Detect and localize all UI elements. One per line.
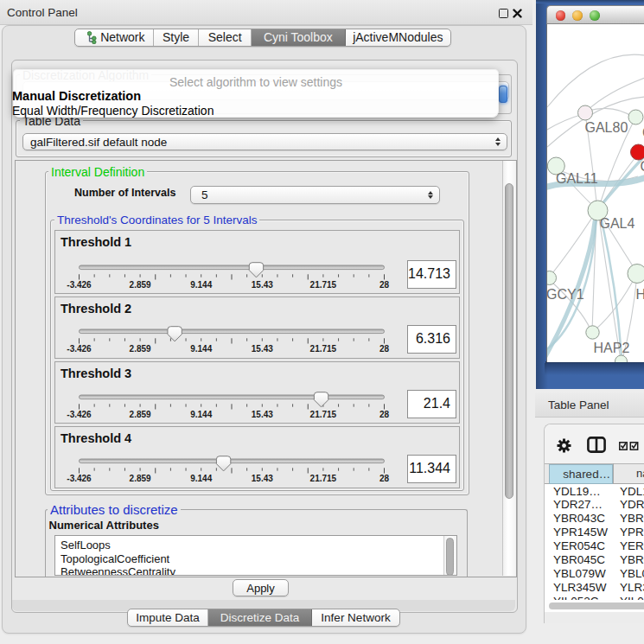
svg-text:21.715: 21.715	[310, 345, 337, 354]
svg-text:HA: HA	[635, 286, 644, 301]
svg-text:15.43: 15.43	[252, 345, 273, 354]
svg-text:15.43: 15.43	[252, 410, 273, 419]
svg-text:21.715: 21.715	[310, 280, 337, 290]
svg-text:GAL4: GAL4	[599, 215, 634, 230]
svg-text:28: 28	[379, 475, 390, 484]
svg-text:9.144: 9.144	[190, 475, 212, 484]
svg-text:9.144: 9.144	[190, 280, 212, 290]
svg-text:21.715: 21.715	[310, 410, 337, 419]
svg-text:9.144: 9.144	[190, 345, 212, 354]
svg-text:28: 28	[379, 345, 390, 354]
svg-text:15.43: 15.43	[252, 475, 273, 484]
svg-text:GAL11: GAL11	[556, 171, 598, 186]
svg-text:-3.426: -3.426	[67, 280, 92, 290]
svg-text:-3.426: -3.426	[67, 345, 92, 354]
svg-text:28: 28	[379, 410, 390, 419]
svg-text:2.859: 2.859	[130, 475, 151, 484]
svg-text:2.859: 2.859	[130, 410, 151, 419]
svg-text:CD: CD	[640, 159, 644, 174]
svg-text:15.43: 15.43	[252, 280, 273, 290]
svg-text:HAP2: HAP2	[593, 340, 629, 354]
svg-text:2.859: 2.859	[130, 280, 151, 290]
svg-text:GCY1: GCY1	[547, 286, 584, 301]
svg-text:-3.426: -3.426	[67, 475, 92, 484]
svg-text:-3.426: -3.426	[67, 410, 92, 419]
svg-text:21.715: 21.715	[310, 475, 337, 484]
svg-text:GAL80: GAL80	[584, 120, 628, 135]
svg-text:9.144: 9.144	[190, 410, 212, 419]
svg-text:2.859: 2.859	[130, 345, 151, 354]
svg-text:28: 28	[379, 280, 390, 290]
